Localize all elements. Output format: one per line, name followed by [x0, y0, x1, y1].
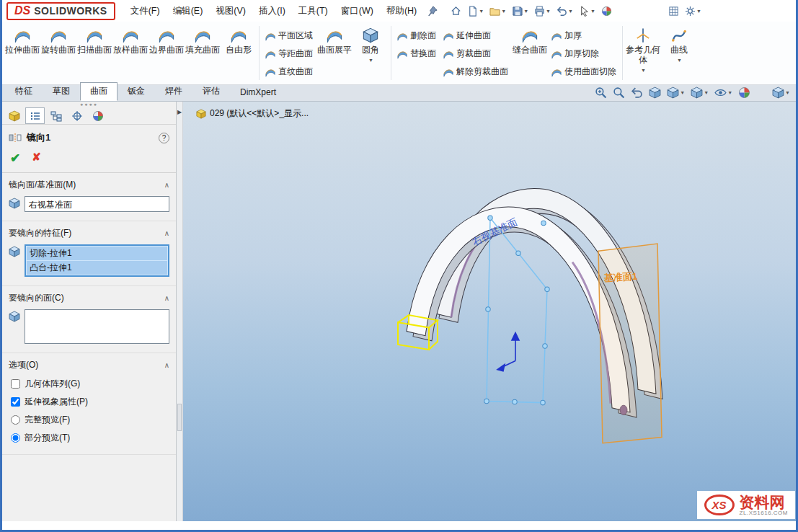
hide-show-items-button[interactable]: ▼	[714, 87, 732, 99]
rebuild-button[interactable]	[598, 4, 615, 18]
document-tree-node[interactable]: 029 (默认<<默认>_显示...	[196, 107, 309, 120]
zoom-area-button[interactable]	[613, 87, 625, 99]
edit-appearance-button[interactable]	[738, 87, 750, 99]
tab-dimxpert[interactable]: DimXpert	[230, 84, 286, 101]
propagate-visual-properties-checkbox[interactable]	[11, 397, 20, 407]
solidworks-window: DS SOLIDWORKS 文件(F) 编辑(E) 视图(V) 插入(I) 工具…	[0, 0, 798, 532]
untrim-surface-button[interactable]: 解除剪裁曲面	[443, 66, 508, 78]
display-style-button[interactable]: ▼	[691, 87, 709, 99]
dimxpertmanager-tab[interactable]	[67, 107, 87, 124]
home-button[interactable]	[448, 4, 464, 18]
partial-preview-radio[interactable]	[11, 433, 20, 443]
full-preview-radio[interactable]	[11, 415, 20, 425]
tab-sheet-metal[interactable]: 钣金	[118, 82, 155, 101]
select-button[interactable]: ▼	[576, 4, 598, 18]
solidworks-logo: DS SOLIDWORKS	[6, 2, 115, 20]
filled-surface-button[interactable]: 填充曲面	[185, 23, 221, 83]
freeform-button[interactable]: 自由形	[221, 23, 257, 83]
geometry-pattern-checkbox[interactable]	[11, 379, 20, 389]
panel-splitter[interactable]: ▶	[177, 102, 183, 521]
menu-file[interactable]: 文件(F)	[124, 1, 167, 21]
zoom-fit-button[interactable]	[595, 87, 607, 99]
extruded-surface-button[interactable]: 拉伸曲面	[4, 23, 40, 83]
configurationmanager-tab[interactable]	[46, 107, 66, 124]
plane-selection-icon	[9, 198, 20, 209]
menu-help[interactable]: 帮助(H)	[380, 1, 423, 21]
thicken-label: 加厚	[564, 30, 582, 42]
cancel-button[interactable]: ✘	[32, 151, 41, 166]
revolved-surface-button[interactable]: 旋转曲面	[40, 23, 76, 83]
geometry-pattern-label[interactable]: 几何体阵列(G)	[25, 378, 80, 390]
collapse-chevron-icon[interactable]: ∧	[164, 361, 169, 369]
cut-with-surface-button[interactable]: 使用曲面切除	[551, 66, 616, 78]
menu-window[interactable]: 窗口(W)	[334, 1, 380, 21]
list-item[interactable]: 凸台-拉伸1	[27, 261, 167, 275]
tab-features[interactable]: 特征	[5, 82, 43, 101]
faces-section-header[interactable]: 要镜向的面(C)	[9, 292, 64, 304]
print-button[interactable]: ▼	[531, 4, 554, 18]
list-item[interactable]: 切除-拉伸1	[27, 247, 167, 260]
file-properties-button[interactable]	[665, 4, 682, 18]
mirror-plane-field[interactable]: 右视基准面	[25, 196, 169, 212]
propertymanager-tab[interactable]	[25, 107, 45, 124]
flyout-tree-arrow-icon[interactable]: ▶	[177, 109, 182, 115]
faces-to-mirror-list[interactable]	[25, 309, 169, 344]
fillet-button[interactable]: 圆角▼	[353, 23, 389, 83]
menu-edit[interactable]: 编辑(E)	[167, 1, 210, 21]
thickened-cut-button[interactable]: 加厚切除	[551, 48, 616, 60]
replace-face-button[interactable]: 替换面	[397, 48, 436, 60]
offset-surface-button[interactable]: 等距曲面	[265, 48, 313, 60]
curves-button[interactable]: 曲线▼	[661, 23, 697, 83]
new-document-button[interactable]: ▼	[464, 4, 487, 18]
menu-insert[interactable]: 插入(I)	[252, 1, 292, 21]
plane1-label[interactable]: 基准面1	[603, 271, 637, 284]
extend-surface-label: 延伸曲面	[456, 30, 491, 42]
thicken-button[interactable]: 加厚	[551, 30, 616, 42]
save-button[interactable]: ▼	[509, 4, 531, 18]
previous-view-button[interactable]	[631, 87, 643, 99]
view-orientation-button[interactable]: ▼	[667, 87, 685, 99]
boundary-surface-button[interactable]: 边界曲面	[148, 23, 185, 83]
tab-weldments[interactable]: 焊件	[155, 82, 192, 101]
options-section-header[interactable]: 选项(O)	[9, 359, 38, 371]
graphics-viewport[interactable]: 右视基准面 基准面1 029 (默认<<默认>_显示... XS 资料网 ZL.…	[183, 102, 796, 521]
displaymanager-tab[interactable]	[88, 107, 107, 124]
partial-preview-label[interactable]: 部分预览(T)	[25, 432, 70, 444]
pin-menu-icon[interactable]	[427, 6, 438, 16]
knit-surface-button[interactable]: 缝合曲面	[512, 23, 548, 83]
panel-grip[interactable]: ●●●●	[2, 102, 176, 107]
undo-button[interactable]: ▼	[554, 4, 576, 18]
help-button[interactable]: ?	[159, 133, 169, 143]
propagate-visual-properties-label[interactable]: 延伸视象属性(P)	[25, 396, 88, 408]
mirror-plane-section-header[interactable]: 镜向面/基准面(M)	[9, 179, 76, 191]
swept-surface-button[interactable]: 扫描曲面	[76, 23, 112, 83]
splitter-handle[interactable]	[177, 404, 182, 431]
tab-surfaces[interactable]: 曲面	[80, 82, 118, 101]
extend-surface-button[interactable]: 延伸曲面	[443, 30, 508, 42]
collapse-chevron-icon[interactable]: ∧	[164, 181, 169, 189]
menu-tools[interactable]: 工具(T)	[292, 1, 334, 21]
full-preview-label[interactable]: 完整预览(F)	[25, 414, 70, 426]
features-to-mirror-list[interactable]: 切除-拉伸1 凸台-拉伸1	[25, 244, 169, 277]
preview-sketch-outline	[487, 218, 547, 402]
options-button[interactable]: ▼	[682, 4, 704, 18]
tab-evaluate[interactable]: 评估	[192, 82, 230, 101]
delete-face-button[interactable]: 删除面	[397, 30, 436, 42]
display-pane-button[interactable]: ▼	[772, 87, 790, 99]
planar-surface-button[interactable]: 平面区域	[265, 30, 313, 42]
document-name: 029 (默认<<默认>_显示...	[210, 107, 309, 120]
featuremanager-tab[interactable]	[4, 107, 24, 124]
menu-view[interactable]: 视图(V)	[209, 1, 252, 21]
reference-geometry-button[interactable]: 参考几何体▼	[625, 23, 661, 83]
ruled-surface-button[interactable]: 直纹曲面	[265, 66, 313, 78]
section-view-button[interactable]	[649, 87, 661, 99]
collapse-chevron-icon[interactable]: ∧	[164, 229, 169, 237]
features-section-header[interactable]: 要镜向的特征(F)	[9, 227, 71, 239]
open-button[interactable]: ▼	[487, 4, 509, 18]
tab-sketch[interactable]: 草图	[43, 82, 80, 101]
ok-button[interactable]: ✔	[10, 151, 20, 166]
lofted-surface-button[interactable]: 放样曲面	[112, 23, 148, 83]
trim-surface-button[interactable]: 剪裁曲面	[443, 48, 508, 60]
flatten-surface-button[interactable]: 曲面展平	[316, 23, 353, 83]
collapse-chevron-icon[interactable]: ∧	[164, 294, 169, 302]
